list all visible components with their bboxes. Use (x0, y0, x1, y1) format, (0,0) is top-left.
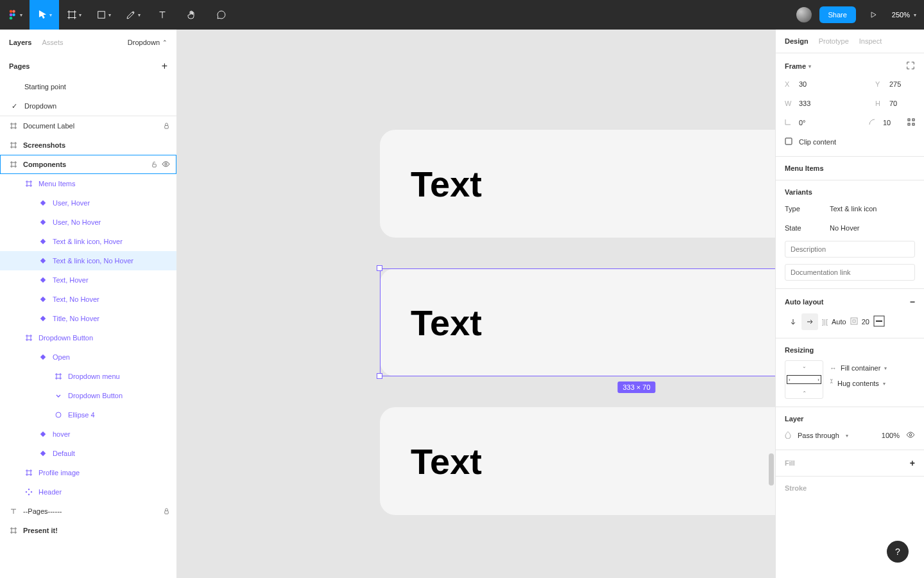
height-mode-value[interactable]: Hug contents (837, 380, 879, 387)
variant-icon (38, 449, 47, 458)
tab-layers[interactable]: Layers (9, 39, 31, 46)
tab-design[interactable]: Design (785, 37, 809, 45)
selection-handle[interactable] (377, 265, 382, 271)
frame-type-selector[interactable]: Frame (785, 62, 806, 70)
canvas-card[interactable]: Text (380, 407, 775, 515)
width-mode-value[interactable]: Fill container (841, 364, 880, 372)
eye-icon[interactable] (162, 160, 170, 170)
help-button[interactable]: ? (887, 541, 909, 563)
y-value[interactable]: 275 (889, 80, 915, 88)
variant-description-input[interactable] (785, 241, 915, 258)
layer-row[interactable]: Menu Items (0, 174, 176, 193)
layer-row[interactable]: Text, Hover (0, 270, 176, 290)
tab-inspect[interactable]: Inspect (859, 37, 882, 45)
direction-vertical-button[interactable] (785, 313, 801, 330)
layer-row[interactable]: User, No Hover (0, 213, 176, 232)
layer-row[interactable]: Text, No Hover (0, 290, 176, 309)
layer-row[interactable]: hover (0, 425, 176, 444)
svg-rect-27 (153, 164, 157, 167)
layer-row[interactable]: Dropdown Button (0, 386, 176, 405)
add-fill-button[interactable]: + (910, 458, 915, 468)
comment-tool-button[interactable] (207, 0, 236, 30)
text-tool-button[interactable] (148, 0, 177, 30)
svg-rect-51 (40, 451, 46, 456)
tab-assets[interactable]: Assets (42, 39, 63, 46)
avatar[interactable] (796, 7, 812, 22)
figma-menu-button[interactable]: ▾ (0, 0, 30, 30)
layer-row[interactable]: Profile image (0, 463, 176, 482)
share-button[interactable]: Share (819, 6, 856, 23)
layer-row[interactable]: Open (0, 347, 176, 367)
move-tool-button[interactable]: ▾ (30, 0, 59, 30)
w-value[interactable]: 333 (799, 100, 810, 107)
lock-icon[interactable] (163, 507, 170, 516)
h-label: H (875, 100, 883, 107)
layer-name: Dropdown Button (68, 392, 123, 399)
resizing-label: Resizing (785, 346, 814, 354)
layer-row[interactable]: User, Hover (0, 193, 176, 213)
pen-tool-button[interactable]: ▾ (118, 0, 148, 30)
tab-prototype[interactable]: Prototype (819, 37, 849, 45)
layer-name: Document Label (23, 122, 74, 130)
layer-row[interactable]: Text & link icon, No Hover (0, 251, 176, 270)
variant-state-value[interactable]: No Hover (830, 224, 859, 232)
svg-point-49 (56, 412, 61, 417)
pages-header: Pages + (0, 55, 176, 77)
variant-icon (38, 430, 47, 439)
lock-icon[interactable] (163, 122, 170, 130)
remove-auto-layout-button[interactable]: − (910, 297, 915, 307)
variant-doc-link-input[interactable] (785, 264, 915, 281)
layer-row[interactable]: Ellipse 4 (0, 405, 176, 425)
svg-rect-44 (40, 355, 46, 360)
checkbox-clip-content[interactable] (785, 137, 792, 146)
layer-row[interactable]: Default (0, 444, 176, 463)
layer-name: Text & link icon, Hover (53, 238, 123, 245)
layer-row[interactable]: Dropdown Button (0, 328, 176, 347)
x-value[interactable]: 30 (799, 80, 807, 88)
zoom-selector[interactable]: 250% ▾ (892, 11, 916, 19)
padding-value[interactable]: 20 (862, 318, 869, 326)
present-button[interactable] (864, 0, 883, 30)
variant-type-value[interactable]: Text & link icon (830, 205, 877, 213)
layer-name: Text, Hover (53, 276, 89, 284)
opacity-value[interactable]: 100% (882, 432, 900, 439)
alignment-box-icon[interactable] (873, 315, 885, 328)
layer-row[interactable]: Components (0, 155, 176, 174)
canvas[interactable]: TextTextText 333 × 70 (177, 30, 775, 578)
page-item[interactable]: ✓Dropdown (0, 96, 176, 116)
page-selector[interactable]: Dropdown ⌃ (128, 39, 167, 46)
svg-point-1 (12, 10, 15, 13)
text-icon (9, 507, 18, 516)
direction-horizontal-button[interactable] (801, 313, 818, 330)
h-value[interactable]: 70 (889, 100, 915, 107)
visibility-toggle-icon[interactable] (906, 430, 915, 441)
unlock-icon[interactable] (151, 161, 158, 169)
layer-row[interactable]: --Pages------ (0, 502, 176, 521)
layer-row[interactable]: Header (0, 482, 176, 502)
blend-mode-value[interactable]: Pass through (798, 432, 839, 439)
resize-to-fit-icon[interactable] (906, 61, 915, 71)
canvas-card[interactable]: Text (380, 130, 775, 238)
svg-point-28 (165, 162, 167, 164)
hand-tool-button[interactable] (177, 0, 207, 30)
angle-value[interactable]: 0° (799, 119, 806, 127)
frame-tool-button[interactable]: ▾ (59, 0, 89, 30)
radius-value[interactable]: 10 (883, 119, 901, 127)
layer-row[interactable]: Present it! (0, 521, 176, 540)
independent-corners-icon[interactable] (907, 118, 915, 127)
layer-name: Header (38, 488, 62, 496)
spacing-value[interactable]: Auto (832, 318, 846, 326)
clip-content-label: Clip content (799, 138, 836, 146)
layer-row[interactable]: Title, No Hover (0, 309, 176, 328)
page-item[interactable]: Starting point (0, 77, 176, 96)
layer-row[interactable]: Document Label (0, 116, 176, 136)
selection-handle[interactable] (377, 373, 382, 379)
layer-row[interactable]: Screenshots (0, 136, 176, 155)
layer-name: Dropdown Button (38, 334, 93, 342)
layer-row[interactable]: Dropdown menu (0, 367, 176, 386)
scrollbar-thumb[interactable] (769, 453, 774, 486)
resizing-diagram[interactable]: ⌄ ⌄ ‹› (785, 360, 823, 399)
shape-tool-button[interactable]: ▾ (89, 0, 118, 30)
layer-row[interactable]: Text & link icon, Hover (0, 232, 176, 251)
add-page-button[interactable]: + (162, 60, 167, 72)
